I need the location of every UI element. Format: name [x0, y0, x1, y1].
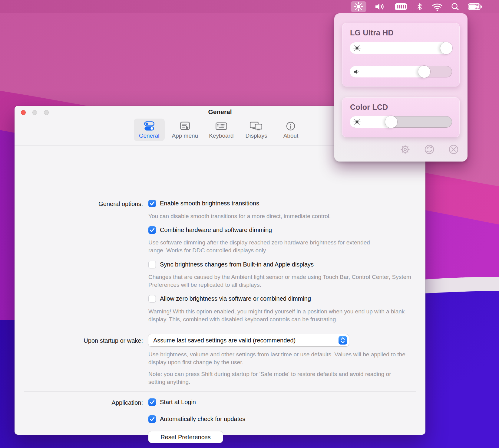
tab-keyboard[interactable]: Keyboard: [205, 119, 237, 141]
checkbox-row-sync-brightness[interactable]: Sync brightness changes from Built-in an…: [148, 261, 314, 268]
up-down-chevrons: [341, 337, 345, 344]
display-card-lg-ultra-hd: LG Ultra HD: [342, 23, 460, 87]
speaker-icon: [374, 2, 386, 11]
startup-description: Use brightness, volume and other setting…: [148, 351, 413, 366]
screen: General General: [0, 0, 499, 448]
checkbox[interactable]: [148, 398, 156, 406]
section-divider: [24, 329, 416, 329]
search-icon: [451, 2, 460, 11]
menu-bar-status-icons: [351, 0, 483, 13]
tab-label: App menu: [172, 132, 198, 139]
display-card-color-lcd: Color LCD: [342, 97, 460, 137]
checkbox[interactable]: [148, 295, 156, 302]
bluetooth-icon: [415, 2, 424, 11]
check-icon: [148, 415, 156, 423]
battery-charging-icon: [468, 2, 483, 11]
level-bars-icon: [394, 2, 408, 11]
checkbox-label: Allow zero brightness via software or co…: [160, 295, 311, 302]
tab-label: About: [283, 132, 299, 139]
checkbox-label: Combine hardware and software dimming: [160, 227, 272, 234]
close-icon[interactable]: [448, 144, 459, 155]
toggles-icon: [144, 121, 155, 131]
sun-icon: [353, 44, 361, 52]
checkbox-label: Enable smooth brightness transitions: [160, 200, 259, 207]
brightness-slider[interactable]: [350, 42, 452, 54]
startup-label: Upon startup or wake:: [15, 337, 143, 344]
wifi-icon: [432, 2, 443, 11]
speaker-icon: [353, 68, 361, 75]
tab-label: Displays: [246, 132, 267, 139]
search-menu-icon[interactable]: [451, 1, 460, 12]
preferences-content: General options: Enable smooth brightnes…: [15, 146, 425, 435]
sun-icon: [353, 118, 361, 126]
check-icon: [148, 226, 156, 234]
general-options-label: General options:: [15, 201, 143, 208]
option-description: You can disable smooth transitions for a…: [148, 212, 331, 220]
tab-label: General: [139, 132, 160, 139]
brightness-menu-icon[interactable]: [351, 1, 366, 12]
check-icon: [148, 398, 156, 406]
checkbox-row-combine-dimming[interactable]: Combine hardware and software dimming: [148, 226, 272, 234]
level-bars-menu-icon[interactable]: [394, 1, 408, 12]
option-description: Warning! With this option enabled, you m…: [148, 308, 416, 323]
tab-label: Keyboard: [209, 132, 233, 139]
tab-displays[interactable]: Displays: [241, 119, 272, 141]
keyboard-icon: [215, 121, 227, 131]
slider-knob[interactable]: [440, 42, 452, 54]
display-name: LG Ultra HD: [350, 28, 394, 37]
checkbox-row-smooth-transitions[interactable]: Enable smooth brightness transitions: [148, 200, 259, 207]
slider-knob[interactable]: [418, 66, 430, 78]
popover-footer: [400, 144, 459, 155]
checkbox-label: Sync brightness changes from Built-in an…: [160, 261, 314, 268]
displays-icon: [250, 121, 263, 131]
checkbox-row-start-at-login[interactable]: Start at Login: [148, 398, 196, 406]
tab-about[interactable]: About: [275, 119, 306, 141]
option-description: Changes that are caused by the Ambient l…: [148, 273, 413, 289]
startup-select-value: Assume last saved settings are valid (re…: [153, 334, 296, 346]
gear-icon[interactable]: [400, 144, 411, 155]
app-menu-icon: [179, 121, 191, 131]
reset-preferences-button[interactable]: Reset Preferences: [148, 431, 223, 443]
refresh-icon[interactable]: [424, 144, 435, 155]
checkbox-label: Automatically check for updates: [160, 416, 245, 423]
tab-general[interactable]: General: [134, 119, 165, 141]
checkbox-label: Start at Login: [160, 399, 196, 406]
displays-popover: LG Ultra HD: [334, 13, 468, 162]
tab-app-menu[interactable]: App menu: [168, 119, 202, 141]
battery-menu-icon[interactable]: [468, 1, 483, 12]
section-divider: [24, 391, 416, 392]
startup-select[interactable]: Assume last saved settings are valid (re…: [148, 334, 349, 346]
checkbox[interactable]: [148, 200, 156, 207]
application-label: Application:: [15, 399, 143, 406]
sun-icon: [354, 2, 363, 11]
checkbox[interactable]: [148, 415, 156, 423]
volume-menu-icon[interactable]: [374, 1, 386, 12]
startup-note: Note: you can press Shift during startup…: [148, 370, 409, 386]
checkbox-row-zero-brightness[interactable]: Allow zero brightness via software or co…: [148, 295, 311, 302]
select-chevrons-icon: [339, 336, 347, 345]
info-icon: [285, 121, 296, 131]
checkbox-row-auto-updates[interactable]: Automatically check for updates: [148, 415, 245, 423]
wifi-menu-icon[interactable]: [432, 1, 443, 12]
brightness-slider[interactable]: [350, 116, 452, 128]
option-description: Use software dimming after the display r…: [148, 239, 374, 254]
slider-knob[interactable]: [385, 116, 397, 128]
slider-fill: [350, 42, 452, 54]
display-name: Color LCD: [350, 103, 388, 112]
check-icon: [148, 200, 156, 207]
menu-bar: [0, 0, 499, 13]
checkbox[interactable]: [148, 226, 156, 234]
volume-slider[interactable]: [350, 66, 452, 77]
slider-fill: [350, 66, 430, 77]
bluetooth-menu-icon[interactable]: [415, 1, 424, 12]
checkbox[interactable]: [148, 261, 156, 268]
